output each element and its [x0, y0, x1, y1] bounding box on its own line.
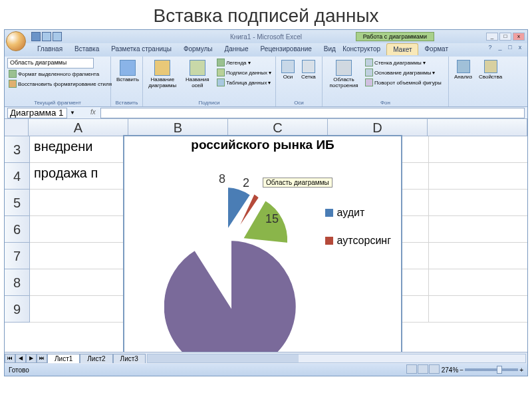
tab-review[interactable]: Рецензирование	[255, 43, 318, 57]
chart-wall-button[interactable]: Стенка диаграммы ▾	[364, 58, 443, 67]
horizontal-scrollbar[interactable]	[147, 354, 526, 363]
col-header-b[interactable]: B	[128, 119, 228, 136]
zoom-slider[interactable]	[465, 368, 518, 371]
context-tab-header: Работа с диаграммами	[356, 32, 434, 41]
tab-data[interactable]: Данные	[218, 43, 254, 57]
cell[interactable]	[30, 296, 130, 322]
chart-title-icon	[154, 60, 170, 76]
row-header[interactable]: 3	[5, 136, 30, 163]
sheet-nav-last[interactable]: ⏭	[37, 354, 47, 363]
row-header[interactable]: 7	[5, 243, 30, 269]
zoom-out-button[interactable]: −	[460, 366, 464, 374]
insert-button[interactable]: Вставить	[114, 58, 142, 84]
window-title: Книга1 - Microsoft Excel	[230, 33, 302, 41]
cell[interactable]	[30, 216, 130, 242]
tab-format[interactable]: Формат	[418, 43, 454, 55]
cells-area[interactable]: внедрени продажа п российского рынка ИБ	[30, 136, 527, 323]
cell[interactable]	[30, 243, 130, 269]
row-header[interactable]: 5	[5, 190, 30, 216]
zoom-slider-thumb[interactable]	[497, 366, 502, 374]
zoom-in-button[interactable]: +	[519, 366, 523, 374]
analysis-icon	[457, 60, 470, 73]
legend-item[interactable]: аутсорсинг	[325, 235, 391, 247]
tab-home[interactable]: Главная	[31, 43, 68, 57]
slide-title: Вставка подписей данных	[0, 0, 532, 29]
chart-plot-area[interactable]: 8 2 15 Область диаграммы аудит аутсорсин…	[124, 154, 401, 340]
qat-redo-icon[interactable]	[53, 32, 62, 41]
name-box[interactable]	[7, 108, 67, 118]
doc-restore-button[interactable]: □	[505, 43, 515, 53]
doc-window-controls: ? _ □ x	[485, 43, 525, 53]
zoom-level[interactable]: 274%	[442, 366, 459, 374]
qat-save-icon[interactable]	[31, 32, 41, 41]
doc-minimize-button[interactable]: _	[495, 43, 505, 53]
tab-insert[interactable]: Вставка	[68, 43, 105, 57]
qat-undo-icon[interactable]	[42, 32, 51, 41]
data-table-button[interactable]: Таблица данных ▾	[215, 78, 273, 87]
view-layout-button[interactable]	[418, 364, 428, 374]
chart-title-text[interactable]: российского рынка ИБ	[124, 136, 401, 154]
data-labels-icon	[217, 68, 225, 76]
data-label-3[interactable]: 15	[265, 212, 279, 226]
tab-design[interactable]: Конструктор	[336, 43, 386, 55]
axis-titles-button[interactable]: Названия осей	[181, 58, 215, 90]
tab-layout[interactable]: Макет	[386, 43, 418, 55]
chart-title-button[interactable]: Название диаграммы	[146, 58, 180, 90]
chart-floor-button[interactable]: Основание диаграммы ▾	[364, 68, 443, 77]
close-button[interactable]: x	[513, 33, 525, 41]
doc-close-button[interactable]: x	[515, 43, 525, 53]
sheet-nav-prev[interactable]: ◀	[15, 354, 26, 363]
window-controls: _ □ x	[486, 33, 525, 41]
chart-object[interactable]: российского рынка ИБ 8	[123, 135, 402, 352]
pie-slice-4[interactable]	[164, 240, 297, 352]
sheet-tab-3[interactable]: Лист3	[113, 354, 146, 363]
minimize-button[interactable]: _	[486, 33, 498, 41]
cell-a4[interactable]: продажа п	[30, 163, 130, 189]
sheet-tab-1[interactable]: Лист1	[47, 354, 80, 363]
plot-area-button[interactable]: Область построения	[325, 58, 362, 90]
fx-icon[interactable]: fx	[88, 108, 98, 118]
row-header[interactable]: 8	[5, 269, 30, 296]
format-selection-button[interactable]: Формат выделенного фрагмента	[7, 69, 100, 78]
namebox-dropdown-icon[interactable]: ▼	[70, 110, 75, 116]
tab-formulas[interactable]: Формулы	[178, 43, 219, 57]
chart-legend[interactable]: аудит аутсорсинг	[325, 207, 391, 263]
view-normal-button[interactable]	[406, 364, 417, 374]
sheet-nav-first[interactable]: ⏮	[5, 354, 15, 363]
scrollbar-thumb[interactable]	[148, 354, 299, 362]
data-label-2[interactable]: 2	[243, 176, 249, 190]
col-header-c[interactable]: C	[228, 119, 328, 136]
axes-icon	[281, 60, 295, 73]
data-labels-button[interactable]: Подписи данных ▾	[215, 68, 273, 77]
axes-button[interactable]: Оси	[279, 58, 297, 82]
cell[interactable]	[30, 269, 130, 295]
tab-page-layout[interactable]: Разметка страницы	[105, 43, 178, 57]
sheet-tab-2[interactable]: Лист2	[80, 354, 112, 363]
properties-button[interactable]: Свойства	[476, 58, 505, 82]
chart-element-selector[interactable]: Область диаграммы	[7, 58, 94, 68]
sheet-nav-next[interactable]: ▶	[26, 354, 37, 363]
rotation-button[interactable]: Поворот объемной фигуры	[364, 78, 443, 87]
legend-button[interactable]: Легенда ▾	[215, 58, 273, 67]
row-header[interactable]: 9	[5, 296, 30, 323]
col-header-e[interactable]	[428, 119, 527, 136]
analysis-button[interactable]: Анализ	[452, 58, 475, 82]
formula-bar[interactable]	[100, 108, 525, 118]
row-header[interactable]: 6	[5, 216, 30, 243]
row-header[interactable]: 4	[5, 163, 30, 190]
gridlines-icon	[302, 60, 315, 73]
view-pagebreak-button[interactable]	[429, 364, 440, 374]
gridlines-button[interactable]: Сетка	[299, 58, 319, 82]
select-all-corner[interactable]	[5, 119, 29, 136]
col-header-d[interactable]: D	[328, 119, 428, 136]
cell-a3[interactable]: внедрени	[30, 136, 130, 162]
col-header-a[interactable]: A	[29, 119, 128, 136]
maximize-button[interactable]: □	[499, 33, 511, 41]
cell[interactable]	[30, 190, 130, 215]
data-label-1[interactable]: 8	[219, 172, 225, 186]
legend-item[interactable]: аудит	[325, 207, 391, 219]
group-label: Фон	[323, 100, 448, 106]
help-icon[interactable]: ?	[485, 43, 495, 53]
office-button[interactable]	[6, 31, 26, 51]
reset-style-button[interactable]: Восстановить форматирование стиля	[7, 79, 113, 88]
